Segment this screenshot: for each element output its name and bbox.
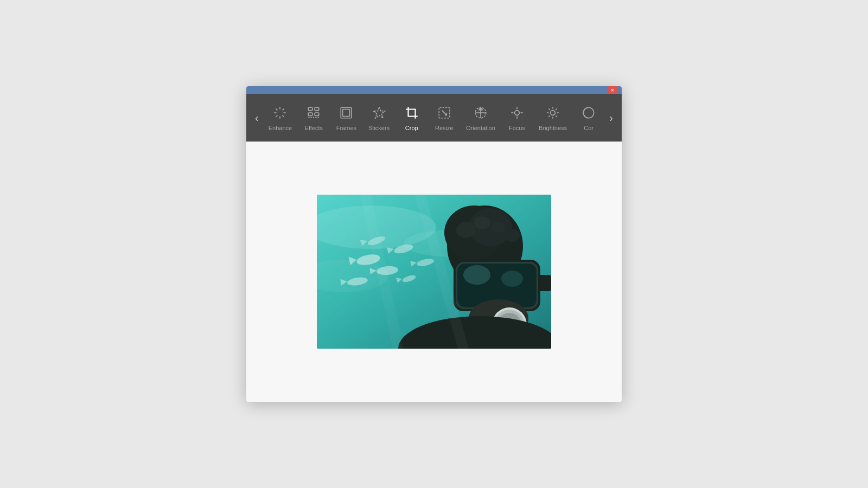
content-area <box>246 142 622 402</box>
toolbar-item-brightness[interactable]: Brightness <box>533 100 572 136</box>
focus-label: Focus <box>509 125 525 131</box>
brightness-icon <box>544 104 561 121</box>
frames-icon <box>337 104 355 121</box>
stickers-icon <box>371 104 388 121</box>
resize-label: Resize <box>435 125 454 131</box>
toolbar: ‹ Enhance <box>246 94 622 142</box>
color-icon <box>580 104 597 121</box>
svg-rect-11 <box>315 113 319 115</box>
modal-titlebar: × <box>246 86 622 94</box>
toolbar-item-enhance[interactable]: Enhance <box>263 100 297 136</box>
enhance-label: Enhance <box>269 125 292 131</box>
svg-rect-8 <box>309 107 313 110</box>
toolbar-item-stickers[interactable]: Stickers <box>363 100 395 136</box>
toolbar-item-frames[interactable]: Frames <box>330 100 362 136</box>
resize-icon <box>436 104 453 121</box>
effects-icon <box>305 104 322 121</box>
color-label: Cor <box>584 125 593 131</box>
orientation-label: Orientation <box>466 125 495 131</box>
svg-point-21 <box>515 111 520 115</box>
photo-image <box>317 195 551 349</box>
enhance-icon <box>271 104 289 121</box>
svg-line-33 <box>548 115 550 117</box>
svg-line-7 <box>283 108 284 110</box>
svg-line-4 <box>276 108 278 110</box>
svg-point-26 <box>551 111 556 115</box>
svg-rect-10 <box>309 113 313 115</box>
svg-line-34 <box>556 108 557 110</box>
crop-icon <box>403 104 420 121</box>
focus-icon <box>508 104 526 121</box>
crop-label: Crop <box>405 125 418 131</box>
svg-line-6 <box>276 115 278 117</box>
svg-rect-14 <box>343 110 350 117</box>
toolbar-item-resize[interactable]: Resize <box>428 100 461 136</box>
toolbar-item-focus[interactable]: Focus <box>501 100 533 136</box>
svg-line-31 <box>548 108 550 110</box>
brightness-label: Brightness <box>539 125 567 131</box>
toolbar-items: Enhance Effects <box>263 100 605 136</box>
svg-marker-15 <box>373 107 385 118</box>
effects-label: Effects <box>305 125 323 131</box>
photo-editor-modal: × ‹ <box>246 86 622 402</box>
toolbar-item-crop[interactable]: Crop <box>395 100 428 136</box>
toolbar-item-color[interactable]: Cor <box>572 100 605 136</box>
stickers-label: Stickers <box>368 125 390 131</box>
svg-line-17 <box>442 111 447 115</box>
svg-point-35 <box>583 107 594 118</box>
toolbar-next-button[interactable]: › <box>605 110 617 126</box>
orientation-icon <box>472 104 489 121</box>
svg-line-32 <box>556 115 557 117</box>
svg-line-5 <box>283 115 284 117</box>
toolbar-item-effects[interactable]: Effects <box>297 100 330 136</box>
toolbar-item-orientation[interactable]: Orientation <box>461 100 501 136</box>
svg-rect-78 <box>317 195 551 349</box>
frames-label: Frames <box>336 125 356 131</box>
toolbar-prev-button[interactable]: ‹ <box>251 110 263 126</box>
photo-container <box>317 195 551 349</box>
svg-rect-9 <box>315 107 319 110</box>
